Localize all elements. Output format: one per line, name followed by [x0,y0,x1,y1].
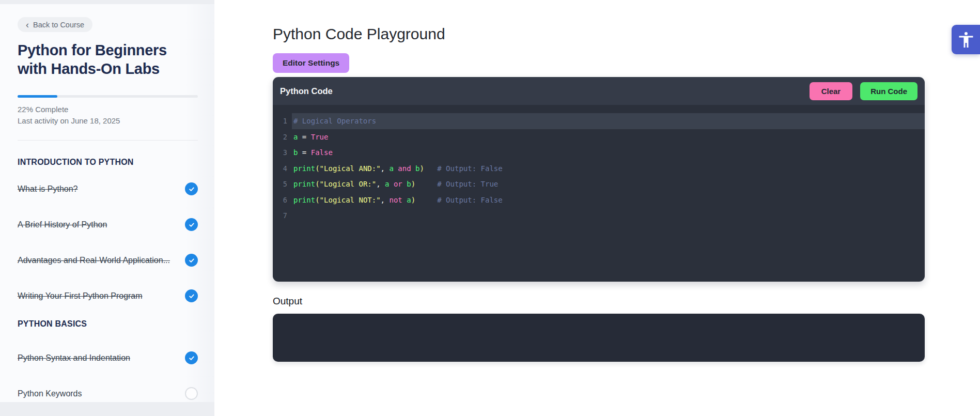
line-number: 4 [273,164,292,173]
lesson-item[interactable]: Python Keywords [18,387,198,400]
section-title: INTRODUCTION TO PYTHON [18,158,198,167]
course-sidebar: ‹ Back to Course Python for Beginners wi… [0,4,214,402]
check-icon [188,186,195,193]
code-editor-panel: Python Code Clear Run Code 1 # Logical O… [273,77,925,282]
lesson-item[interactable]: Advantages and Real-World Application... [18,254,198,267]
back-to-course-label: Back to Course [33,21,84,29]
lesson-label: Writing Your First Python Program [18,291,143,301]
lesson-label: A Brief History of Python [18,220,107,229]
line-number: 6 [273,196,292,204]
code-line[interactable]: 2 a = True [273,129,925,145]
lesson-label: Python Syntax and Indentation [18,353,130,363]
progress-fill [18,95,57,98]
lesson-item[interactable]: What is Python? [18,182,198,195]
progress-label: 22% Complete [18,104,198,115]
code-line[interactable]: 4 print("Logical AND:", a and b) # Outpu… [273,161,925,177]
line-number: 2 [273,133,292,141]
line-number: 1 [273,117,292,125]
run-code-button[interactable]: Run Code [860,82,917,100]
outline-section: PYTHON BASICS Python Syntax and Indentat… [18,319,198,400]
accessibility-icon [957,30,975,49]
lesson-item[interactable]: Writing Your First Python Program [18,289,198,302]
code-line[interactable]: 3 b = False [273,145,925,161]
line-content: a = True [292,129,925,145]
course-outline: INTRODUCTION TO PYTHON What is Python? A… [18,158,198,400]
page-title: Python Code Playground [273,24,925,44]
section-title: PYTHON BASICS [18,319,198,329]
check-icon [188,292,195,300]
accessibility-widget-button[interactable] [952,25,980,54]
section-items: What is Python? A Brief History of Pytho… [18,182,198,302]
back-to-course-button[interactable]: ‹ Back to Course [18,17,92,32]
check-icon [188,355,195,362]
code-line[interactable]: 7 [273,208,925,224]
main-area: Python Code Playground Editor Settings P… [214,0,980,416]
check-icon [188,221,195,228]
lesson-item[interactable]: A Brief History of Python [18,218,198,231]
lesson-status-icon [185,218,198,231]
code-line[interactable]: 5 print("Logical OR:", a or b) # Output:… [273,176,925,192]
line-number: 5 [273,180,292,188]
sidebar-column: ‹ Back to Course Python for Beginners wi… [0,0,214,416]
lesson-label: Python Keywords [18,389,82,398]
lesson-status-icon [185,254,198,267]
chevron-left-icon: ‹ [26,20,29,29]
editor-header: Python Code Clear Run Code [273,77,925,105]
lesson-status-icon [185,289,198,302]
line-content: print("Logical AND:", a and b) # Output:… [292,161,925,177]
line-content: b = False [292,145,925,161]
lesson-item[interactable]: Python Syntax and Indentation [18,351,198,364]
editor-title: Python Code [280,86,810,96]
code-line[interactable]: 1 # Logical Operators [273,113,925,129]
output-console [273,314,925,362]
line-number: 7 [273,211,292,220]
lesson-status-icon [185,182,198,195]
section-items: Python Syntax and Indentation Python Key… [18,351,198,400]
output-label: Output [273,296,925,307]
clear-button[interactable]: Clear [810,82,853,100]
line-content: print("Logical NOT:", not a) # Output: F… [292,192,925,208]
lesson-label: Advantages and Real-World Application... [18,256,170,265]
line-content: print("Logical OR:", a or b) # Output: T… [292,176,925,192]
last-activity-label: Last activity on June 18, 2025 [18,115,198,127]
lesson-status-icon [185,387,198,400]
outline-section: INTRODUCTION TO PYTHON What is Python? A… [18,158,198,302]
check-icon [188,257,195,264]
sidebar-divider [18,140,198,141]
editor-settings-button[interactable]: Editor Settings [273,53,349,73]
lesson-status-icon [185,351,198,364]
course-title: Python for Beginners with Hands-On Labs [18,41,198,78]
line-content: # Logical Operators [292,113,925,129]
lesson-label: What is Python? [18,184,78,194]
editor-body[interactable]: 1 # Logical Operators 2 a = True 3 b = F… [273,105,925,282]
line-number: 3 [273,148,292,157]
code-line[interactable]: 6 print("Logical NOT:", not a) # Output:… [273,192,925,208]
progress-bar [18,95,198,98]
